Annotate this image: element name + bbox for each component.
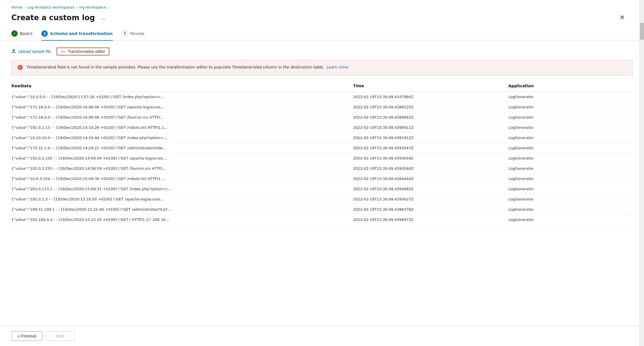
breadcrumb-my-workspace[interactable]: my-workspace (79, 5, 106, 9)
cell-rawdata: {"value":"203.0.113.1 - - [19/Dec/2020:1… (11, 184, 353, 194)
tab-schema-icon: 2 (41, 30, 48, 37)
tab-basics[interactable]: ✓ Basics (11, 27, 32, 41)
col-header-time: Time (353, 81, 508, 92)
next-button[interactable]: Next (46, 331, 74, 341)
previous-button[interactable]: « Previous (11, 331, 43, 341)
table-row: {"value":"10.0.3.254 - - [19/Dec/2020:15… (11, 174, 633, 184)
table-row: {"value":"192.0.2.3 - - [19/Dec/2020:15:… (11, 194, 633, 204)
page-title: Create a custom log (11, 13, 95, 22)
breadcrumb-home[interactable]: Home (11, 5, 22, 9)
breadcrumb-sep-1: › (24, 5, 25, 9)
cell-time: 2022-02-19T15:30:49.4396378Z (353, 204, 508, 215)
cell-time: 2022-02-19T15:30:49.4393059Z (353, 153, 508, 163)
table-row: {"value":"172.16.0.0 - - [19/Dec/2020:14… (11, 102, 633, 112)
error-icon: ✕ (17, 65, 23, 71)
cell-application: LogGenerator (508, 204, 633, 215)
table-row: {"value":"192.0.2.13 - - [19/Dec/2020:14… (11, 123, 633, 133)
page-wrapper: Home › Log Analytics workspaces › my-wor… (0, 0, 644, 346)
col-header-application: Application (508, 81, 633, 92)
cell-rawdata: {"value":"192.0.2.255 - - [19/Dec/2020:1… (11, 153, 353, 163)
learn-more-link[interactable]: Learn more (327, 65, 348, 69)
error-banner: ✕ TimeGenerated field is not found in th… (11, 60, 633, 76)
code-icon: </> (60, 49, 66, 54)
cell-time: 2022-02-19T15:30:49.4395627Z (353, 194, 508, 204)
cell-time: 2022-02-19T15:30:49.4391912Z (353, 133, 508, 143)
tab-review[interactable]: 3 Review (122, 27, 145, 41)
scrollbar-thumb[interactable] (640, 23, 644, 40)
tab-schema-label: Schema and transformation (50, 31, 112, 36)
tab-basics-label: Basics (20, 31, 32, 36)
table-row: {"value":"192.168.0.0 - - [19/Dec/2020:1… (11, 215, 633, 225)
page-header: Create a custom log ... ✕ (0, 12, 644, 27)
close-button[interactable]: ✕ (617, 13, 627, 22)
cell-rawdata: {"value":"192.0.2.13 - - [19/Dec/2020:14… (11, 123, 353, 133)
cell-application: LogGenerator (508, 92, 633, 102)
footer: « Previous Next (0, 326, 644, 346)
cell-time: 2022-02-19T15:30:49.4392547Z (353, 143, 508, 153)
cell-rawdata: {"value":"10.10.10.0 - - [19/Dec/2020:14… (11, 133, 353, 143)
svg-text:✕: ✕ (19, 65, 22, 70)
cell-time: 2022-02-19T15:30:49.4396873Z (353, 215, 508, 225)
cell-rawdata: {"value":"172.16.0.0 - - [19/Dec/2020:14… (11, 112, 353, 123)
data-table: RawData Time Application {"value":"10.0.… (11, 81, 633, 225)
cell-rawdata: {"value":"192.168.0.0 - - [19/Dec/2020:1… (11, 215, 353, 225)
table-row: {"value":"172.31.1.0 - - [19/Dec/2020:14… (11, 143, 633, 153)
cell-application: LogGenerator (508, 133, 633, 143)
tab-review-icon: 3 (122, 30, 128, 37)
tab-review-label: Review (130, 31, 145, 36)
tab-schema[interactable]: 2 Schema and transformation (41, 27, 112, 41)
upload-sample-button[interactable]: Upload sample file (11, 49, 51, 54)
breadcrumb-workspaces[interactable]: Log Analytics workspaces (27, 5, 74, 9)
cell-application: LogGenerator (508, 143, 633, 153)
tab-basics-icon: ✓ (11, 30, 18, 37)
cell-time: 2022-02-19T15:30:49.4394444Z (353, 174, 508, 184)
cell-rawdata: {"value":"10.0.0.0 - - [19/Dec/2020:13:5… (11, 92, 353, 102)
cell-application: LogGenerator (508, 123, 633, 133)
cell-rawdata: {"value":"192.0.2.255 - - [19/Dec/2020:1… (11, 163, 353, 174)
cell-rawdata: {"value":"198.51.100.1 - - [19/Dec/2020:… (11, 204, 353, 215)
cell-time: 2022-02-19T15:30:49.4394982Z (353, 184, 508, 194)
table-row: {"value":"198.51.100.1 - - [19/Dec/2020:… (11, 204, 633, 215)
sub-toolbar: Upload sample file </> Transformation ed… (0, 47, 644, 60)
upload-icon (11, 49, 16, 54)
cell-application: LogGenerator (508, 163, 633, 174)
cell-time: 2022-02-19T15:30:49.4390911Z (353, 123, 508, 133)
breadcrumb-sep-3: › (108, 5, 109, 9)
table-row: {"value":"192.0.2.255 - - [19/Dec/2020:1… (11, 163, 633, 174)
breadcrumb-sep-2: › (76, 5, 78, 9)
tabs-bar: ✓ Basics 2 Schema and transformation 3 R… (0, 27, 644, 41)
cell-application: LogGenerator (508, 112, 633, 123)
table-row: {"value":"10.10.10.0 - - [19/Dec/2020:14… (11, 133, 633, 143)
upload-label: Upload sample file (18, 49, 51, 54)
cell-time: 2022-02-19T15:30:49.4389843Z (353, 112, 508, 123)
cell-application: LogGenerator (508, 184, 633, 194)
cell-application: LogGenerator (508, 194, 633, 204)
ellipsis-button[interactable]: ... (99, 13, 108, 22)
error-text: TimeGenerated field is not found in the … (26, 64, 348, 70)
col-header-rawdata: RawData (11, 81, 353, 92)
cell-application: LogGenerator (508, 174, 633, 184)
scrollbar-track[interactable] (639, 0, 644, 346)
cell-application: LogGenerator (508, 102, 633, 112)
transformation-editor-button[interactable]: </> Transformation editor (57, 47, 109, 55)
table-row: {"value":"172.16.0.0 - - [19/Dec/2020:14… (11, 112, 633, 123)
cell-time: 2022-02-19T15:30:49.4388125Z (353, 102, 508, 112)
breadcrumb: Home › Log Analytics workspaces › my-wor… (0, 0, 644, 12)
cell-application: LogGenerator (508, 153, 633, 163)
table-row: {"value":"203.0.113.1 - - [19/Dec/2020:1… (11, 184, 633, 194)
cell-rawdata: {"value":"172.16.0.0 - - [19/Dec/2020:14… (11, 102, 353, 112)
cell-rawdata: {"value":"172.31.1.0 - - [19/Dec/2020:14… (11, 143, 353, 153)
cell-time: 2022-02-19T15:30:49.4337994Z (353, 92, 508, 102)
cell-time: 2022-02-19T15:30:49.4393544Z (353, 163, 508, 174)
table-row: {"value":"10.0.0.0 - - [19/Dec/2020:13:5… (11, 92, 633, 102)
data-table-wrapper: RawData Time Application {"value":"10.0.… (0, 81, 644, 326)
transform-label: Transformation editor (68, 49, 105, 54)
table-row: {"value":"192.0.2.255 - - [19/Dec/2020:1… (11, 153, 633, 163)
cell-rawdata: {"value":"10.0.3.254 - - [19/Dec/2020:15… (11, 174, 353, 184)
cell-rawdata: {"value":"192.0.2.3 - - [19/Dec/2020:15:… (11, 194, 353, 204)
cell-application: LogGenerator (508, 215, 633, 225)
